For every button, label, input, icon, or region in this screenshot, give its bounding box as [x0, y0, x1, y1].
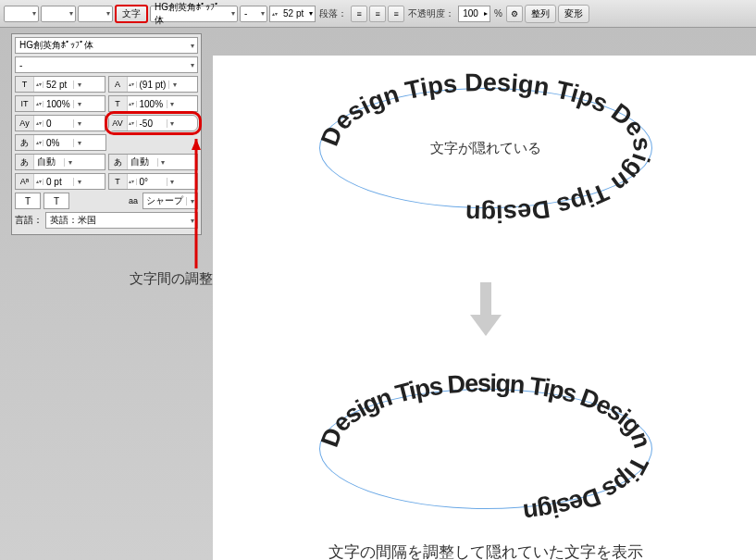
panel-vscale[interactable]: IT▴▾100%▾ [15, 95, 105, 112]
panel-language[interactable]: 英語：米国 [45, 212, 198, 229]
text-on-path-before[interactable]: Design Tips Design Tips Design Tips Desi… [310, 69, 662, 227]
panel-rotation[interactable]: T▴▾0°▾ [108, 173, 199, 190]
top-toolbar: 文字 HG創英角ﾎﾟｯﾌﾟ体 - ▴▾52 pt▾ 段落： ≡ ≡ ≡ 不透明度… [0, 0, 756, 28]
panel-auto1[interactable]: あ自動▾ [15, 154, 105, 170]
bottom-caption: 文字の間隔を調整して隠れていた文字を表示 [213, 541, 756, 560]
align-right-icon[interactable]: ≡ [388, 6, 404, 22]
font-style-dropdown[interactable]: - [240, 6, 267, 22]
annotation-kerning-label: 文字間の調整 [130, 270, 213, 288]
svg-rect-3 [480, 282, 491, 315]
preset-dropdown-2[interactable] [41, 6, 76, 22]
svg-text:Design Tips Design Tips Design: Design Tips Design Tips Design Tips Desi… [316, 369, 656, 527]
arrow-down-icon [470, 282, 502, 340]
panel-antialias[interactable]: シャープ▾ [143, 193, 198, 209]
annotation-arrow [192, 139, 210, 275]
panel-font-size[interactable]: T▴▾52 pt▾ [15, 76, 105, 93]
language-label: 言語： [15, 214, 43, 227]
opacity-label: 不透明度： [406, 7, 456, 20]
panel-auto2[interactable]: あ自動▾ [108, 154, 199, 170]
chain-icon[interactable]: ⚙ [506, 6, 523, 22]
panel-hscale[interactable]: T▴▾100%▾ [108, 95, 199, 112]
opacity-field[interactable]: 100▸ [458, 6, 490, 22]
panel-t-button[interactable]: T [15, 193, 41, 209]
character-panel-button[interactable]: 文字 [115, 5, 148, 23]
panel-tsume[interactable]: あ▴▾0%▾ [15, 134, 106, 151]
align-center-icon[interactable]: ≡ [369, 6, 386, 22]
preset-dropdown-3[interactable] [78, 6, 113, 22]
curved-text-after: Design Tips Design Tips Design Tips Desi… [310, 370, 662, 528]
font-family-dropdown[interactable]: HG創英角ﾎﾟｯﾌﾟ体 [150, 6, 238, 22]
panel-tracking[interactable]: AV▴▾-50▾ [108, 115, 199, 131]
transform-button[interactable]: 変形 [558, 5, 589, 23]
text-on-path-after[interactable]: Design Tips Design Tips Design Tips Desi… [310, 370, 662, 528]
align-left-icon[interactable]: ≡ [351, 6, 367, 22]
font-size-field[interactable]: ▴▾52 pt▾ [269, 6, 316, 22]
character-panel: HG創英角ﾎﾟｯﾌﾟ体 - T▴▾52 pt▾ A▴▾(91 pt)▾ IT▴▾… [11, 33, 202, 235]
panel-font-style[interactable]: - [15, 56, 198, 73]
preset-dropdown[interactable] [4, 6, 39, 22]
artboard: Design Tips Design Tips Design Tips Desi… [213, 56, 756, 560]
panel-font-family[interactable]: HG創英角ﾎﾟｯﾌﾟ体 [15, 37, 198, 54]
canvas-area: Design Tips Design Tips Design Tips Desi… [213, 56, 756, 560]
aa-label: aa [129, 196, 140, 205]
arrange-button[interactable]: 整列 [525, 5, 556, 23]
panel-baseline[interactable]: Aª▴▾0 pt▾ [15, 173, 105, 190]
paragraph-label: 段落： [317, 7, 349, 20]
svg-marker-1 [192, 139, 201, 150]
svg-marker-4 [470, 315, 502, 336]
panel-leading[interactable]: A▴▾(91 pt)▾ [108, 76, 199, 93]
hidden-text-label: 文字が隠れている [310, 140, 662, 157]
panel-kerning[interactable]: Ay▴▾0▾ [15, 115, 105, 131]
panel-t2-button[interactable]: T [43, 193, 69, 209]
